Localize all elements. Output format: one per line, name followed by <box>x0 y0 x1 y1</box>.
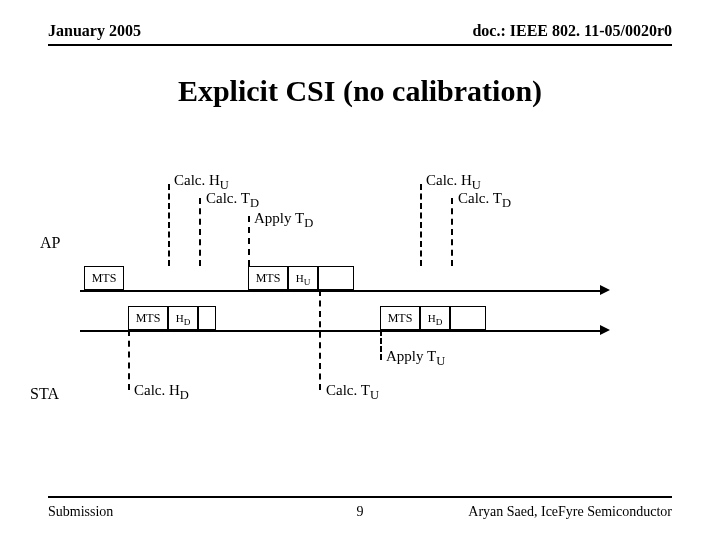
vline-calc-hu-2 <box>420 184 422 266</box>
vline-calc-tu <box>319 290 321 390</box>
vline-calc-hd <box>128 330 130 390</box>
row-label-sta: STA <box>30 385 59 403</box>
vline-calc-td-1 <box>199 198 201 266</box>
slide-title: Explicit CSI (no calibration) <box>0 74 720 108</box>
hd-label-2: H <box>428 312 436 324</box>
hd-label: H <box>176 312 184 324</box>
sta-timeline <box>80 330 600 332</box>
ap-mts-1: MTS <box>84 266 124 290</box>
footer-rule <box>48 496 672 498</box>
vline-apply-tu <box>380 330 382 360</box>
label-calc-td-2: Calc. TD <box>458 190 511 211</box>
header-rule <box>48 44 672 46</box>
label-apply-tu: Apply TU <box>386 348 445 369</box>
page-footer: Submission 9 Aryan Saed, IceFyre Semicon… <box>48 504 672 520</box>
vline-calc-td-2 <box>451 198 453 266</box>
sta-hd-1: HD <box>168 306 198 330</box>
sta-mts-2: MTS <box>380 306 420 330</box>
header-doc-id: doc.: IEEE 802. 11-05/0020r0 <box>472 22 672 40</box>
footer-page-number: 9 <box>48 504 672 520</box>
hd-sub-2: D <box>436 317 443 327</box>
ap-timeline-arrow <box>600 285 610 295</box>
label-calc-hd: Calc. HD <box>134 382 189 403</box>
sta-timeline-arrow <box>600 325 610 335</box>
sta-trailing-2 <box>450 306 486 330</box>
ap-hu-1: HU <box>288 266 318 290</box>
header-date: January 2005 <box>48 22 141 40</box>
ap-trailing-1 <box>318 266 354 290</box>
vline-apply-td <box>248 216 250 266</box>
timing-diagram: AP STA MTS MTS HD MTS HU MTS HD <box>80 170 640 420</box>
ap-timeline <box>80 290 600 292</box>
hu-sub: U <box>304 277 311 287</box>
label-apply-td: Apply TD <box>254 210 313 231</box>
hd-sub: D <box>184 317 191 327</box>
label-calc-td-1: Calc. TD <box>206 190 259 211</box>
page-header: January 2005 doc.: IEEE 802. 11-05/0020r… <box>48 22 672 40</box>
label-calc-tu: Calc. TU <box>326 382 379 403</box>
hu-label: H <box>296 272 304 284</box>
ap-mts-2: MTS <box>248 266 288 290</box>
row-label-ap: AP <box>40 234 60 252</box>
sta-gap-1 <box>198 306 216 330</box>
sta-mts-1: MTS <box>128 306 168 330</box>
sta-hd-2: HD <box>420 306 450 330</box>
vline-calc-hu-1 <box>168 184 170 266</box>
